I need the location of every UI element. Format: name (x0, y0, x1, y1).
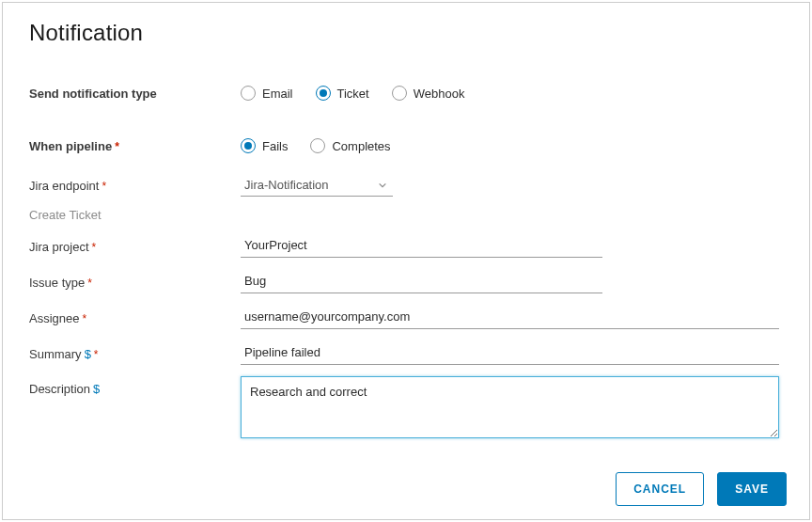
save-button[interactable]: SAVE (717, 472, 787, 506)
assignee-input[interactable] (241, 307, 779, 329)
pipeline-event-options: Fails Completes (241, 138, 779, 153)
label-text: Send notification type (29, 87, 157, 101)
jira-endpoint-select[interactable]: Jira-Notification (241, 175, 393, 197)
summary-input[interactable] (241, 342, 779, 365)
required-asterisk: * (115, 140, 119, 153)
required-asterisk: * (94, 348, 99, 361)
variable-icon: $ (93, 382, 100, 396)
radio-completes[interactable]: Completes (310, 138, 390, 153)
label-text: When pipeline (29, 139, 112, 153)
assignee-control (241, 307, 779, 329)
row-assignee: Assignee * (29, 305, 779, 331)
radio-dot-icon (241, 86, 256, 101)
required-asterisk: * (102, 180, 106, 193)
row-description: Description $ (29, 376, 779, 438)
label-text: Jira project (29, 240, 89, 254)
radio-label: Completes (332, 139, 390, 153)
required-asterisk: * (87, 277, 92, 290)
chevron-down-icon (378, 181, 387, 190)
label-text: Summary (29, 347, 82, 361)
row-issue-type: Issue type * (29, 269, 779, 295)
label-summary: Summary $ * (29, 347, 241, 361)
required-asterisk: * (82, 312, 86, 325)
notification-type-options: Email Ticket Webhook (241, 86, 779, 101)
label-issue-type: Issue type * (29, 276, 241, 290)
issue-type-input[interactable] (241, 271, 602, 293)
label-description: Description $ (29, 376, 241, 396)
radio-label: Webhook (414, 87, 465, 101)
page-title: Notification (3, 3, 809, 46)
radio-ticket[interactable]: Ticket (316, 86, 369, 101)
jira-project-input[interactable] (241, 235, 602, 258)
jira-endpoint-control: Jira-Notification (241, 175, 779, 197)
jira-project-control (241, 235, 779, 258)
cancel-button[interactable]: CANCEL (616, 472, 704, 506)
label-text: Jira endpoint (29, 179, 99, 193)
radio-fails[interactable]: Fails (241, 138, 288, 153)
radio-dot-icon (241, 138, 256, 153)
radio-dot-icon (310, 138, 325, 153)
description-textarea[interactable] (241, 376, 779, 438)
label-when-pipeline: When pipeline * (29, 139, 241, 153)
required-asterisk: * (92, 241, 97, 254)
row-when-pipeline: When pipeline * Fails Completes (29, 133, 779, 159)
row-notification-type: Send notification type Email Ticket Webh… (29, 80, 779, 106)
label-text: Assignee (29, 311, 79, 325)
radio-label: Ticket (337, 87, 369, 101)
label-jira-project: Jira project * (29, 240, 241, 254)
label-jira-endpoint: Jira endpoint * (29, 179, 241, 193)
dialog-footer: CANCEL SAVE (616, 472, 787, 506)
label-assignee: Assignee * (29, 311, 241, 325)
summary-control (241, 342, 779, 365)
section-create-ticket: Create Ticket (29, 208, 241, 222)
row-jira-project: Jira project * (29, 233, 779, 260)
variable-icon: $ (85, 347, 91, 361)
row-jira-endpoint: Jira endpoint * Jira-Notification (29, 172, 779, 198)
radio-dot-icon (316, 86, 331, 101)
notification-panel: Notification Send notification type Emai… (2, 2, 810, 520)
issue-type-control (241, 271, 779, 293)
row-summary: Summary $ * (29, 340, 779, 367)
notification-form: Send notification type Email Ticket Webh… (3, 46, 809, 438)
label-notification-type: Send notification type (29, 87, 241, 101)
radio-webhook[interactable]: Webhook (392, 86, 465, 101)
select-value: Jira-Notification (244, 178, 329, 192)
radio-label: Email (262, 87, 293, 101)
radio-label: Fails (262, 139, 288, 153)
description-control (241, 376, 779, 438)
label-text: Issue type (29, 276, 85, 290)
radio-email[interactable]: Email (241, 86, 293, 101)
radio-dot-icon (392, 86, 407, 101)
label-text: Description (29, 382, 90, 396)
